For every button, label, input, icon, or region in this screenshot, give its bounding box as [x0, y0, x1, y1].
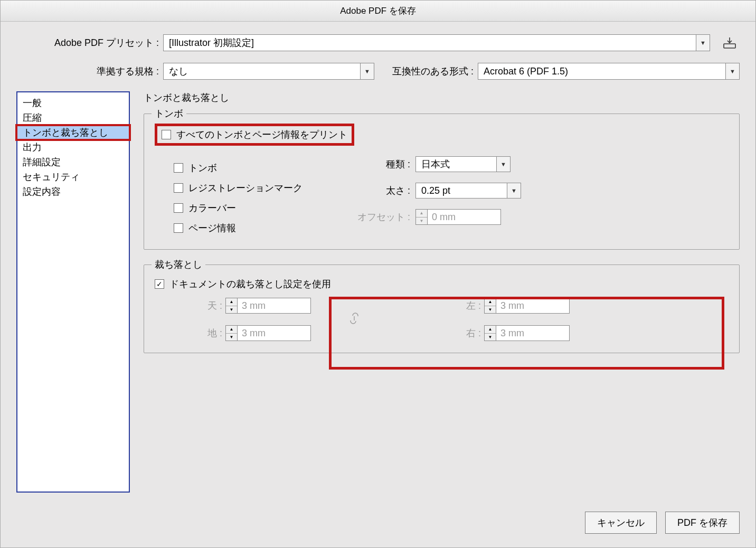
body-area: 一般 圧縮 トンボと裁ち落とし 出力 詳細設定 セキュリティ 設定内容 トンボと…	[16, 91, 740, 503]
mark-weight-value: 0.25 pt	[421, 185, 450, 196]
preset-select[interactable]: [Illustrator 初期設定] ▼	[163, 34, 710, 51]
page-info-checkbox[interactable]	[174, 223, 183, 233]
mark-type-value: 日本式	[421, 158, 450, 171]
panel-title: トンボと裁ち落とし	[144, 91, 740, 104]
stepper-down-icon: ▼	[226, 306, 237, 314]
bleed-fieldset: 裁ち落とし ドキュメントの裁ち落とし設定を使用 天 : ▲▼ 3 mm	[144, 264, 740, 353]
color-bars-label: カラーバー	[188, 202, 236, 214]
stepper-up-icon: ▲	[226, 326, 237, 334]
print-all-label: すべてのトンボとページ情報をプリント	[176, 128, 347, 141]
bleed-bottom-spinner: ▲▼ 3 mm	[225, 325, 311, 341]
registration-marks-label: レジストレーションマーク	[188, 182, 303, 194]
offset-input: 0 mm	[427, 209, 501, 225]
bleed-top-label: 天 :	[197, 299, 222, 312]
bleed-right-input: 3 mm	[496, 325, 570, 341]
registration-marks-checkbox[interactable]	[174, 183, 183, 193]
sidebar-item-summary[interactable]: 設定内容	[17, 184, 129, 199]
bleed-top-input: 3 mm	[237, 298, 311, 314]
chevron-down-icon: ▼	[725, 63, 739, 79]
link-icon	[348, 312, 361, 327]
mark-weight-label: 太さ :	[355, 184, 410, 197]
sidebar-item-output[interactable]: 出力	[17, 140, 129, 155]
dialog-content: Adobe PDF プリセット : [Illustrator 初期設定] ▼ 準…	[1, 22, 755, 547]
mark-type-label: 種類 :	[355, 158, 410, 171]
standards-row: 準拠する規格 : なし ▼ 互換性のある形式 : Acrobat 6 (PDF …	[16, 63, 740, 80]
offset-label: オフセット :	[355, 211, 410, 223]
preset-value: [Illustrator 初期設定]	[169, 36, 254, 49]
trim-marks-checkbox[interactable]	[174, 163, 183, 173]
chevron-down-icon: ▼	[496, 157, 510, 172]
svg-rect-0	[724, 44, 735, 48]
sidebar-item-security[interactable]: セキュリティ	[17, 169, 129, 184]
chevron-down-icon: ▼	[696, 35, 710, 51]
bleed-left-input: 3 mm	[496, 298, 570, 314]
stepper-up-icon: ▲	[485, 326, 496, 334]
stepper-down-icon: ▼	[485, 306, 496, 314]
bleed-top-spinner: ▲▼ 3 mm	[225, 298, 311, 314]
stepper-up-icon: ▲	[226, 298, 237, 306]
bleed-legend: 裁ち落とし	[152, 258, 205, 271]
standard-select[interactable]: なし ▼	[163, 63, 374, 80]
color-bars-checkbox[interactable]	[174, 203, 183, 213]
marks-checkbox-col: トンボ レジストレーションマーク カラーバー	[155, 154, 355, 238]
save-preset-icon[interactable]	[720, 35, 740, 51]
bleed-col-right: 左 : ▲▼ 3 mm 右 : ▲▼ 3 mm	[456, 298, 570, 341]
use-doc-bleed-label: ドキュメントの裁ち落とし設定を使用	[169, 278, 331, 290]
bleed-col-left: 天 : ▲▼ 3 mm 地 : ▲▼ 3 mm	[197, 298, 311, 341]
standard-label: 準拠する規格 :	[16, 65, 159, 78]
marks-legend: トンボ	[152, 107, 186, 120]
bleed-left-label: 左 :	[456, 299, 481, 312]
sidebar: 一般 圧縮 トンボと裁ち落とし 出力 詳細設定 セキュリティ 設定内容	[16, 91, 130, 493]
main-panel: トンボと裁ち落とし トンボ すべてのトンボとページ情報をプリント トンボ	[144, 91, 740, 503]
preset-label: Adobe PDF プリセット :	[16, 36, 159, 49]
stepper-down-icon: ▼	[416, 218, 427, 225]
trim-marks-label: トンボ	[188, 162, 217, 174]
stepper-down-icon: ▼	[226, 334, 237, 341]
preset-row: Adobe PDF プリセット : [Illustrator 初期設定] ▼	[16, 34, 740, 51]
print-all-highlight: すべてのトンボとページ情報をプリント	[155, 124, 354, 146]
bleed-grid: 天 : ▲▼ 3 mm 地 : ▲▼ 3 mm	[155, 298, 729, 341]
window-title: Adobe PDF を保存	[1, 1, 755, 22]
marks-grid: トンボ レジストレーションマーク カラーバー	[155, 154, 729, 238]
sidebar-item-marks-bleed[interactable]: トンボと裁ち落とし	[17, 125, 129, 140]
offset-spinner: ▲▼ 0 mm	[415, 209, 501, 225]
mark-weight-select[interactable]: 0.25 pt ▼	[415, 183, 521, 199]
sidebar-item-compression[interactable]: 圧縮	[17, 110, 129, 125]
mark-type-select[interactable]: 日本式 ▼	[415, 156, 511, 172]
use-doc-bleed-checkbox[interactable]	[155, 279, 164, 289]
compat-value: Acrobat 6 (PDF 1.5)	[484, 66, 568, 77]
sidebar-item-advanced[interactable]: 詳細設定	[17, 155, 129, 169]
bleed-right-label: 右 :	[456, 327, 481, 339]
bleed-bottom-label: 地 :	[197, 327, 222, 339]
bleed-right-spinner: ▲▼ 3 mm	[484, 325, 570, 341]
print-all-checkbox[interactable]	[162, 130, 171, 139]
compat-select[interactable]: Acrobat 6 (PDF 1.5) ▼	[478, 63, 740, 80]
save-pdf-button[interactable]: PDF を保存	[665, 512, 740, 534]
page-info-label: ページ情報	[188, 222, 236, 234]
button-row: キャンセル PDF を保存	[16, 503, 740, 537]
chevron-down-icon: ▼	[360, 63, 374, 79]
sidebar-item-general[interactable]: 一般	[17, 96, 129, 110]
stepper-up-icon: ▲	[485, 298, 496, 306]
bleed-left-spinner: ▲▼ 3 mm	[484, 298, 570, 314]
marks-params-col: 種類 : 日本式 ▼ 太さ : 0.25 pt ▼	[355, 156, 521, 238]
save-adobe-pdf-dialog: Adobe PDF を保存 Adobe PDF プリセット : [Illustr…	[0, 0, 756, 548]
cancel-button[interactable]: キャンセル	[585, 512, 657, 534]
bleed-bottom-input: 3 mm	[237, 325, 311, 341]
marks-fieldset: トンボ すべてのトンボとページ情報をプリント トンボ	[144, 114, 740, 250]
compat-label: 互換性のある形式 :	[392, 65, 474, 78]
stepper-up-icon: ▲	[416, 210, 427, 218]
stepper-down-icon: ▼	[485, 334, 496, 341]
standard-value: なし	[169, 65, 188, 78]
chevron-down-icon: ▼	[507, 183, 521, 198]
